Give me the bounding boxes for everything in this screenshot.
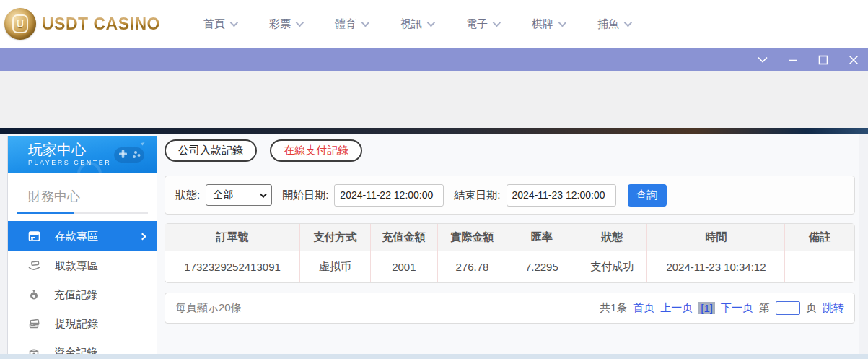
section-underline <box>17 212 148 214</box>
col-recharge-amount: 充值金額 <box>371 224 439 251</box>
col-time: 時間 <box>647 224 785 251</box>
main-panel: 公司入款記錄 在線支付記錄 狀態: 全部 開始日期: 結束日期: 查詢 <box>165 139 855 324</box>
nav-label: 視訊 <box>400 17 422 31</box>
sidebar-item-deposit[interactable]: 存款專區 <box>8 221 157 251</box>
col-payment-method: 支付方式 <box>300 224 370 251</box>
status-label: 狀態: <box>175 189 200 202</box>
logo-text: USDT CASINO <box>42 14 160 34</box>
filter-bar: 狀態: 全部 開始日期: 結束日期: 查詢 <box>165 176 855 215</box>
nav-label: 彩票 <box>269 17 291 31</box>
right-gutter <box>859 134 868 354</box>
nav-item-sports[interactable]: 體育 <box>335 17 367 31</box>
nav-item-home[interactable]: 首頁 <box>203 17 236 31</box>
chevron-down-icon <box>427 19 435 27</box>
deposit-card-icon <box>28 230 40 242</box>
window-title-bar <box>0 48 868 71</box>
col-order-no: 訂單號 <box>165 224 300 251</box>
chevron-down-icon <box>230 19 238 27</box>
pagination-bar: 每頁顯示20條 共1条 首页 上一页 [1] 下一页 第 页 跳转 <box>165 293 855 324</box>
logo-letter: U <box>12 14 28 33</box>
main-nav: 首頁 彩票 體育 視訊 電子 棋牌 <box>203 17 630 31</box>
minimize-icon[interactable] <box>787 54 799 66</box>
sidebar-item-label: 充值記錄 <box>54 288 97 302</box>
sidebar-item-recharge-record[interactable]: 充值記錄 <box>8 280 157 309</box>
table-row: 1732329252413091 虚拟币 2001 276.78 7.2295 … <box>165 251 854 282</box>
close-icon[interactable] <box>848 54 859 66</box>
sidebar-item-label: 取款專區 <box>55 259 98 273</box>
collapse-chevron-icon[interactable] <box>757 54 768 66</box>
tab-company-deposit-record[interactable]: 公司入款記錄 <box>165 139 257 162</box>
empty-banner-area <box>0 71 868 128</box>
cell-recharge-amount: 2001 <box>371 251 439 282</box>
status-select[interactable]: 全部 <box>206 184 272 206</box>
end-date-label: 結束日期: <box>454 189 500 202</box>
deposit-records-table: 訂單號 支付方式 充值金額 實際金額 匯率 狀態 時間 備註 173232925… <box>165 223 855 283</box>
nav-item-lottery[interactable]: 彩票 <box>269 17 302 31</box>
nav-item-live[interactable]: 視訊 <box>400 17 433 31</box>
cell-exchange-rate: 7.2295 <box>507 251 577 282</box>
nav-item-slots[interactable]: 電子 <box>466 17 499 31</box>
chevron-down-icon <box>260 191 267 198</box>
sidebar-item-label: 存款專區 <box>55 230 98 243</box>
start-date-input[interactable] <box>334 184 444 207</box>
maximize-icon[interactable] <box>817 54 829 66</box>
gamepad-icon <box>112 142 146 168</box>
nav-item-fishing[interactable]: 捕魚 <box>597 17 630 31</box>
left-gutter <box>0 134 7 354</box>
sidebar: 玩家中心 PLAYERS CENTER 財務中心 <box>7 136 157 354</box>
nav-label: 首頁 <box>203 17 225 31</box>
content-area: 玩家中心 PLAYERS CENTER 財務中心 <box>0 134 868 354</box>
app-window: U USDT CASINO 首頁 彩票 體育 視訊 電子 <box>0 0 868 359</box>
col-remark: 備註 <box>785 224 854 251</box>
col-exchange-rate: 匯率 <box>507 224 577 251</box>
first-page-link[interactable]: 首页 <box>633 301 654 315</box>
next-page-link[interactable]: 下一页 <box>721 301 753 315</box>
banknotes-icon <box>28 318 40 329</box>
sidebar-header: 玩家中心 PLAYERS CENTER <box>8 136 157 173</box>
jump-suffix-label: 页 <box>806 301 817 315</box>
jump-prefix-label: 第 <box>759 301 770 315</box>
money-bag-icon <box>28 289 40 300</box>
cell-status: 支付成功 <box>577 251 647 282</box>
nav-item-chess[interactable]: 棋牌 <box>532 17 564 31</box>
chevron-down-icon <box>361 19 369 27</box>
current-page-indicator: [1] <box>698 302 715 314</box>
cell-payment-method: 虚拟币 <box>300 251 370 282</box>
sidebar-section-title: 財務中心 <box>8 173 157 205</box>
logo-icon: U <box>4 8 36 40</box>
end-date-input[interactable] <box>507 184 616 207</box>
search-button[interactable]: 查詢 <box>628 184 667 207</box>
page-size-text: 每頁顯示20條 <box>175 301 242 315</box>
bottom-edge-strip <box>0 354 868 359</box>
nav-label: 棋牌 <box>532 17 553 31</box>
status-selected-value: 全部 <box>213 189 233 202</box>
sidebar-item-withdraw-record[interactable]: 提現記錄 <box>8 309 157 338</box>
sidebar-menu: 存款專區 取款專區 充值記錄 <box>8 221 157 359</box>
site-logo[interactable]: U USDT CASINO <box>4 8 160 40</box>
prev-page-link[interactable]: 上一页 <box>660 301 693 315</box>
nav-label: 電子 <box>466 17 488 31</box>
cell-order-no: 1732329252413091 <box>165 251 300 282</box>
tab-online-payment-record[interactable]: 在線支付記錄 <box>270 139 362 162</box>
hand-money-icon <box>28 260 40 272</box>
col-actual-amount: 實際金額 <box>438 224 507 251</box>
page-jump-input[interactable] <box>776 301 800 315</box>
sidebar-item-label: 提現記錄 <box>55 317 98 331</box>
nav-label: 體育 <box>335 17 356 31</box>
jump-button[interactable]: 跳转 <box>823 301 844 315</box>
chevron-down-icon <box>624 19 632 27</box>
chevron-right-icon <box>139 233 146 240</box>
cell-remark <box>785 251 854 282</box>
decorative-divider <box>0 128 868 134</box>
nav-label: 捕魚 <box>597 17 619 31</box>
site-header: U USDT CASINO 首頁 彩票 體育 視訊 電子 <box>0 0 868 48</box>
pager: 共1条 首页 上一页 [1] 下一页 第 页 跳转 <box>600 301 844 315</box>
chevron-down-icon <box>296 19 304 27</box>
cell-actual-amount: 276.78 <box>438 251 507 282</box>
cell-time: 2024-11-23 10:34:12 <box>647 251 785 282</box>
table-header-row: 訂單號 支付方式 充值金額 實際金額 匯率 狀態 時間 備註 <box>165 224 854 251</box>
chevron-down-icon <box>493 19 501 27</box>
record-tabs: 公司入款記錄 在線支付記錄 <box>165 139 855 162</box>
chevron-down-icon <box>558 19 566 27</box>
sidebar-item-withdraw[interactable]: 取款專區 <box>8 251 157 280</box>
